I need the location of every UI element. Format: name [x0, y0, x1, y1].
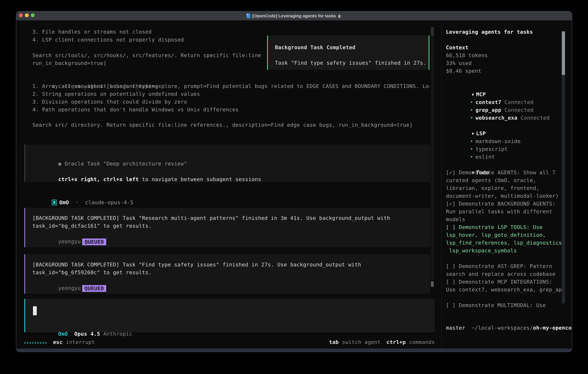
todo-line-pending: search and replace across codebase	[446, 270, 556, 278]
message-line: task_id="bg_dcfac161" to get results.	[32, 222, 152, 230]
message-line: [BACKGROUND TASK COMPLETED] Task "Find t…	[32, 261, 361, 269]
transcript-line: 3. File handles or streams not closed	[32, 28, 152, 36]
background-task-notification: Background Task Completed Task "Find typ…	[267, 36, 430, 70]
shortcut-ctrl-p: ctrl+p	[387, 339, 406, 345]
input-provider: Anthropic	[103, 331, 132, 337]
mcp-status: Connected	[521, 115, 549, 121]
oracle-hint: ctrl+x right, ctrl+x left to navigate be…	[32, 168, 261, 191]
sidebar-scrollbar-thumb[interactable]	[562, 31, 565, 75]
window-footer	[16, 349, 572, 352]
terminal-content: 3. File handles or streams not closed 4.…	[16, 21, 572, 349]
context-heading: Context	[446, 44, 469, 52]
half-circle-icon: ◐	[338, 14, 342, 18]
author-name: yeongyu	[58, 285, 81, 291]
todo-line-done: curated agents (OmO, oracle,	[446, 177, 536, 184]
sidebar-session-title: Leveraging agents for tasks	[446, 28, 533, 36]
status-badge: QUEUED	[82, 239, 106, 245]
todo-line-done: document-writer, multimodal-looker)	[446, 192, 559, 200]
todo-line-done: [✓] Demonstrate BACKGROUND AGENTS:	[446, 200, 556, 208]
bullet-icon: •	[470, 154, 473, 160]
tool-call-item: 4. Path operations that don't handle Win…	[32, 106, 239, 114]
status-bar: esc interrupt tab switch agent ctrl+p co…	[24, 338, 435, 346]
todo-line-active: lsp_hover, lsp_goto_definition,	[446, 231, 546, 239]
todo-line-pending: [ ] Demonstrate AST-GREP: Pattern	[446, 262, 552, 270]
main-scrollbar-thumb-top[interactable]	[431, 27, 434, 36]
todo-line-done: models	[446, 216, 465, 223]
shortcut-ctrl-x-left: ctrl+x left	[103, 176, 139, 182]
fisheye-icon: ◉	[58, 161, 61, 166]
repo-name: oh-my-opencode:	[533, 325, 572, 331]
message-line: task_id="bg_6f59260c" to get results.	[32, 269, 152, 276]
input-model-name: Opus 4.5	[74, 331, 100, 337]
todo-line-done: librarian, explore, frontend,	[446, 184, 539, 192]
context-tokens: 66,518 tokens	[446, 52, 488, 59]
prompt-input[interactable]: OmO Opus 4.5 Anthropic	[24, 299, 435, 332]
todo-line-done: Run parallel tasks with different	[446, 208, 552, 216]
tool-call-item: 2. String operations on potentially unde…	[32, 90, 200, 98]
git-branch: master	[446, 324, 465, 332]
tool-call-tail: Search src/ directory. Return specific f…	[32, 121, 413, 129]
traffic-lights	[19, 13, 35, 17]
background-task-message: [BACKGROUND TASK COMPLETED] Task "Find t…	[24, 254, 430, 294]
shortcut-esc: esc	[53, 339, 63, 345]
main-scrollbar-track[interactable]	[431, 27, 434, 287]
transcript-line: 4. LSP client connections not properly d…	[32, 36, 184, 44]
tool-call-item: 1. Array access without bounds checking	[32, 82, 158, 90]
transcript-line: run_in_background=true]	[32, 59, 106, 67]
agent-name: OmO	[59, 199, 69, 205]
todo-line-active: lsp_find_references, lsp_diagnostics,	[446, 239, 565, 247]
oracle-task-card: ◉ Oracle Task "Deep architecture review"…	[24, 145, 430, 182]
notification-title: Background Task Completed	[275, 43, 356, 51]
status-badge: QUEUED	[82, 285, 106, 292]
window-title-row: [OpenCode] Leveraging agents for tasks ◐	[247, 13, 342, 18]
todo-line-pending: [ ] Demonstrate MCP INTEGRATIONS:	[446, 278, 552, 286]
minimize-button[interactable]	[25, 13, 29, 17]
activity-dots-icon	[24, 339, 48, 345]
todo-line-active: [ ] Demonstrate LSP TOOLS: Use	[446, 223, 543, 231]
message-meta: yeongyuQUEUED	[32, 276, 106, 300]
bullet-icon: •	[470, 115, 473, 121]
todo-line-active: lsp_workspace_symbols	[446, 247, 517, 255]
notification-body: Task "Find type safety issues" finished …	[275, 59, 426, 67]
document-icon	[247, 14, 250, 18]
background-task-message: [BACKGROUND TASK COMPLETED] Task "Resear…	[24, 208, 430, 247]
message-meta: yeongyuQUEUED	[32, 230, 106, 253]
todo-line-pending: Use context7, websearch_exa, grep_app	[446, 286, 565, 294]
context-spent: $0.46 spent	[446, 67, 481, 75]
shortcut-ctrl-x-right: ctrl+x right,	[58, 176, 103, 182]
tool-call-item: 3. Division operations that could divide…	[32, 98, 187, 106]
window-title: [OpenCode] Leveraging agents for tasks	[252, 13, 336, 18]
shortcut-tab: tab	[329, 339, 339, 345]
context-used: 33% used	[446, 59, 472, 67]
author-name: yeongyu	[58, 239, 81, 244]
sidebar-divider	[441, 21, 441, 349]
main-scrollbar-thumb-bottom[interactable]	[431, 281, 434, 287]
input-agent-name: OmO	[58, 331, 68, 337]
agent-square-icon	[52, 200, 57, 205]
text-cursor	[33, 306, 37, 315]
todo-line-pending: [ ] Demonstrate MULTIMODAL: Use	[446, 301, 546, 309]
transcript-line: Search src/tools/, src/hooks/, src/featu…	[32, 52, 261, 59]
agent-model: claude-opus-4-5	[85, 199, 133, 205]
sidebar: Leveraging agents for tasks Context 66,5…	[442, 21, 572, 349]
app-window: [OpenCode] Leveraging agents for tasks ◐…	[16, 11, 572, 352]
close-button[interactable]	[19, 13, 23, 17]
todo-line-done: [✓] Demonstrate AGENTS: Show all 7	[446, 169, 556, 177]
message-line: [BACKGROUND TASK COMPLETED] Task "Resear…	[32, 214, 390, 222]
zoom-button[interactable]	[31, 13, 35, 17]
titlebar: [OpenCode] Leveraging agents for tasks ◐	[16, 11, 572, 21]
